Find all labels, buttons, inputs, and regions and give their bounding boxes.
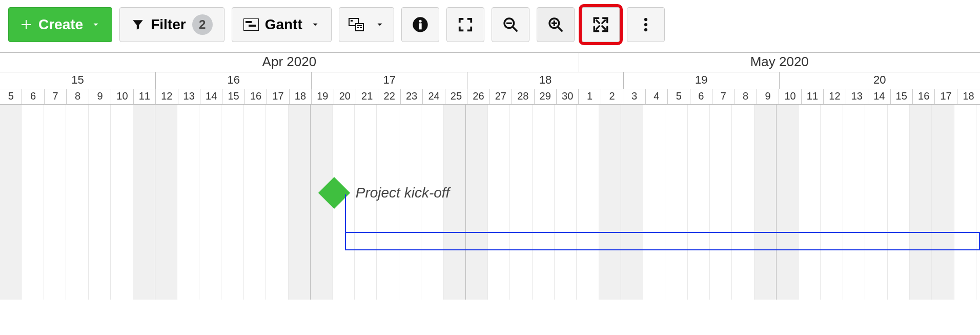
svg-rect-8: [360, 27, 362, 28]
milestone[interactable]: Project kick-off: [323, 182, 450, 204]
fullscreen-icon: [458, 17, 473, 32]
caret-down-icon: [375, 20, 384, 29]
week-header-row: 151617181920: [0, 72, 980, 89]
task-bar[interactable]: [345, 232, 979, 250]
svg-rect-2: [249, 25, 256, 27]
day-header-cell: 13: [846, 89, 868, 104]
week-header-cell: 18: [467, 72, 623, 89]
svg-rect-11: [419, 23, 421, 29]
caret-down-icon: [91, 20, 100, 29]
day-header-cell: 26: [467, 89, 489, 104]
day-header-cell: 27: [490, 89, 512, 104]
info-icon: [412, 16, 428, 33]
svg-point-21: [644, 28, 647, 31]
view-mode-label: Gantt: [265, 16, 302, 33]
plus-icon: [20, 18, 32, 31]
day-header-cell: 8: [734, 89, 757, 104]
day-header-row: 5678910111213141516171819202122232425262…: [0, 89, 980, 105]
week-header-cell: 19: [624, 72, 780, 89]
month-header-cell: Apr 2020: [0, 53, 579, 72]
day-header-cell: 16: [245, 89, 267, 104]
svg-point-20: [644, 23, 647, 26]
zoom-in-button[interactable]: [537, 7, 575, 42]
day-header-cell: 15: [891, 89, 913, 104]
display-options-icon: [349, 18, 364, 31]
day-header-cell: 5: [668, 89, 690, 104]
view-mode-button[interactable]: Gantt: [232, 7, 332, 42]
week-header-cell: 16: [156, 72, 312, 89]
day-header-cell: 1: [579, 89, 601, 104]
day-header-cell: 22: [378, 89, 400, 104]
svg-point-10: [419, 20, 421, 23]
filter-count-badge: 2: [192, 14, 213, 35]
day-header-cell: 6: [22, 89, 44, 104]
day-header-cell: 12: [824, 89, 846, 104]
day-header-cell: 11: [802, 89, 824, 104]
more-menu-button[interactable]: [627, 7, 665, 42]
week-header-cell: 17: [312, 72, 467, 89]
day-header-cell: 16: [913, 89, 935, 104]
more-menu-icon: [644, 17, 648, 32]
day-header-cell: 21: [356, 89, 378, 104]
day-header-cell: 23: [401, 89, 423, 104]
day-header-cell: 7: [45, 89, 67, 104]
create-button[interactable]: Create: [8, 7, 112, 42]
month-header-cell: May 2020: [579, 53, 980, 72]
column-guides: [0, 105, 980, 300]
svg-rect-6: [357, 25, 362, 26]
day-header-cell: 11: [134, 89, 156, 104]
day-header-cell: 15: [222, 89, 244, 104]
day-header-cell: 24: [423, 89, 445, 104]
day-header-cell: 19: [312, 89, 334, 104]
zoom-in-icon: [547, 16, 564, 33]
day-header-cell: 4: [646, 89, 668, 104]
day-header-cell: 8: [67, 89, 89, 104]
fullscreen-button[interactable]: [446, 7, 484, 42]
day-header-cell: 30: [557, 89, 579, 104]
gantt-chart[interactable]: Apr 2020May 2020 151617181920 5678910111…: [0, 52, 980, 300]
svg-rect-1: [246, 21, 252, 23]
zoom-out-icon: [502, 16, 519, 33]
svg-rect-5: [356, 24, 363, 31]
day-header-cell: 6: [690, 89, 712, 104]
day-header-cell: 18: [957, 89, 979, 104]
day-header-cell: 3: [623, 89, 645, 104]
day-header-cell: 9: [757, 89, 779, 104]
svg-line-16: [558, 27, 562, 31]
day-header-cell: 28: [512, 89, 534, 104]
zoom-out-button[interactable]: [492, 7, 529, 42]
day-header-cell: 18: [290, 89, 312, 104]
day-header-cell: 9: [89, 89, 111, 104]
day-header-cell: 5: [0, 89, 22, 104]
day-header-cell: 17: [267, 89, 289, 104]
milestone-label: Project kick-off: [356, 185, 450, 201]
filter-label: Filter: [151, 16, 186, 33]
day-header-cell: 20: [334, 89, 356, 104]
toolbar: Create Filter 2 Gantt: [0, 0, 980, 52]
zoom-fit-icon: [592, 16, 609, 33]
info-button[interactable]: [401, 7, 439, 42]
week-header-cell: 20: [780, 72, 980, 89]
filter-button[interactable]: Filter 2: [119, 7, 224, 42]
day-header-cell: 17: [935, 89, 957, 104]
day-header-cell: 2: [601, 89, 623, 104]
caret-down-icon: [311, 20, 320, 29]
svg-point-19: [644, 18, 647, 21]
day-header-cell: 14: [868, 89, 890, 104]
filter-count: 2: [199, 17, 206, 32]
display-options-button[interactable]: [339, 7, 394, 42]
svg-line-13: [513, 27, 517, 31]
svg-rect-4: [351, 20, 353, 22]
gantt-body[interactable]: Project kick-off: [0, 105, 980, 300]
funnel-icon: [131, 18, 145, 31]
month-header-row: Apr 2020May 2020: [0, 53, 980, 72]
zoom-fit-button[interactable]: [582, 7, 620, 42]
create-label: Create: [38, 16, 83, 33]
day-header-cell: 13: [178, 89, 200, 104]
week-header-cell: 15: [0, 72, 156, 89]
day-header-cell: 10: [779, 89, 801, 104]
day-header-cell: 7: [712, 89, 734, 104]
day-header-cell: 12: [156, 89, 178, 104]
day-header-cell: 10: [111, 89, 133, 104]
day-header-cell: 29: [535, 89, 557, 104]
